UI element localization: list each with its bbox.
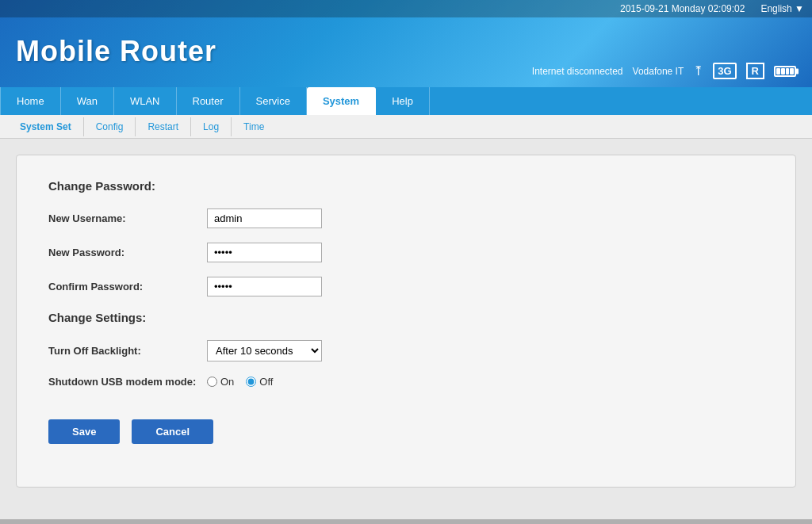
network-type-badge: 3G [713,63,736,79]
nav-wlan[interactable]: WLAN [114,87,177,115]
backlight-label: Turn Off Backlight: [48,345,207,357]
subnav-time[interactable]: Time [232,117,276,136]
sub-navigation: System Set Config Restart Log Time [0,115,812,139]
content-box: Change Password: New Username: New Passw… [16,155,796,488]
subnav-system-set[interactable]: System Set [8,117,84,136]
subnav-restart[interactable]: Restart [136,117,191,136]
nav-wan[interactable]: Wan [61,87,114,115]
subnav-config[interactable]: Config [84,117,136,136]
usb-modem-row: Shutdown USB modem mode: On Off [48,376,764,388]
bottom-bar [0,519,812,524]
usb-on-option[interactable]: On [207,376,234,388]
username-label: New Username: [48,212,207,224]
usb-modem-label: Shutdown USB modem mode: [48,376,207,388]
password-field[interactable] [207,243,322,262]
main-navigation: Home Wan WLAN Router Service System Help [0,87,812,115]
usb-off-option[interactable]: Off [246,376,273,388]
nav-help[interactable]: Help [376,87,430,115]
usb-modem-radio-group: On Off [207,376,273,388]
usb-on-radio[interactable] [207,377,217,387]
provider-name: Vodafone IT [633,66,684,77]
change-password-title: Change Password: [48,179,764,193]
username-row: New Username: [48,208,764,228]
username-field[interactable] [207,208,322,228]
password-row: New Password: [48,243,764,262]
confirm-password-row: Confirm Password: [48,277,764,296]
nav-home[interactable]: Home [0,87,61,115]
subnav-log[interactable]: Log [191,117,232,136]
backlight-select[interactable]: Disabled After 10 seconds After 30 secon… [207,340,322,361]
internet-status: Internet disconnected [532,66,623,77]
save-button[interactable]: Save [48,419,120,444]
password-label: New Password: [48,247,207,258]
content-area: Change Password: New Username: New Passw… [0,139,812,519]
change-settings-title: Change Settings: [48,311,764,324]
datetime-display: 2015-09-21 Monday 02:09:02 [620,3,745,14]
nav-service[interactable]: Service [240,87,307,115]
app-title: Mobile Router [16,35,216,67]
action-buttons: Save Cancel [48,419,764,444]
signal-icon: ⤒ [693,63,703,78]
backlight-row: Turn Off Backlight: Disabled After 10 se… [48,340,764,361]
confirm-password-field[interactable] [207,277,322,296]
nav-router[interactable]: Router [177,87,240,115]
confirm-password-label: Confirm Password: [48,281,207,293]
cancel-button[interactable]: Cancel [132,419,213,444]
topbar: 2015-09-21 Monday 02:09:02 English ▼ [0,0,812,17]
battery-icon [774,66,796,77]
reg-badge: R [746,63,764,79]
usb-on-label: On [220,376,234,388]
language-selector[interactable]: English ▼ [760,3,804,14]
usb-off-radio[interactable] [246,377,256,387]
usb-off-label: Off [259,376,273,388]
nav-system[interactable]: System [307,87,376,115]
